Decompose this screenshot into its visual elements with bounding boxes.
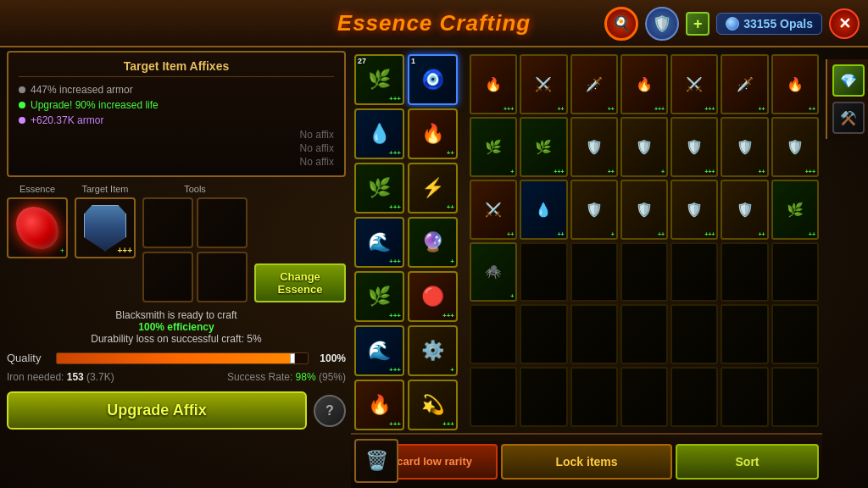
inv-item-2[interactable]: 🧿 1 <box>408 54 458 105</box>
inv-item-1[interactable]: 🌿 27 +++ <box>354 54 404 105</box>
main-item-17[interactable]: 🛡️+ <box>570 180 618 240</box>
mi-icon-14: 🛡️ <box>787 139 804 155</box>
tool-slot-3[interactable] <box>142 252 193 302</box>
main-item-31[interactable] <box>570 304 618 364</box>
inv-item-9[interactable]: 🌿 +++ <box>354 271 404 322</box>
target-slot-badge: +++ <box>117 246 132 255</box>
tools-label: Tools <box>184 184 206 194</box>
main-item-40[interactable] <box>670 367 718 427</box>
main-item-32[interactable] <box>620 304 668 364</box>
add-button[interactable]: + <box>686 12 709 36</box>
main-item-8[interactable]: 🌿+ <box>470 117 517 177</box>
trash-button[interactable]: 🗑️ <box>354 439 398 483</box>
main-item-15[interactable]: ⚔️++ <box>470 180 517 240</box>
mi-icon-16: 💧 <box>535 202 552 218</box>
item-badge-14: +++ <box>442 420 454 428</box>
right-panel: 💎 ⚒️ <box>826 59 868 139</box>
main-item-3[interactable]: 🗡️++ <box>570 54 618 114</box>
main-item-25[interactable] <box>620 242 668 302</box>
no-affix-3: No affix <box>19 155 334 169</box>
main-item-28[interactable] <box>771 242 819 302</box>
target-item-label: Target Item <box>81 184 128 194</box>
inv-item-8[interactable]: 🔮 + <box>408 217 458 268</box>
main-item-9[interactable]: 🌿+++ <box>520 117 567 177</box>
upgrade-affix-button[interactable]: Upgrade Affix <box>7 391 307 430</box>
main-item-35[interactable] <box>771 304 819 364</box>
right-icon-anvil[interactable]: ⚒️ <box>832 102 865 134</box>
tool-slot-1[interactable] <box>142 197 193 248</box>
inv-item-11[interactable]: 🌊 +++ <box>354 325 404 376</box>
item-icon-12: ⚙️ <box>409 327 456 374</box>
inv-item-14[interactable]: 💫 +++ <box>408 380 458 430</box>
quality-bar[interactable] <box>56 352 309 364</box>
iron-row: Iron needed: 153 (3.7K) Success Rate: 98… <box>7 371 346 383</box>
main-item-13[interactable]: 🛡️++ <box>721 117 768 177</box>
item-badge-9: +++ <box>389 312 401 319</box>
inv-item-7[interactable]: 🌊 +++ <box>354 217 404 268</box>
inv-item-4[interactable]: 🔥 ++ <box>408 108 458 159</box>
inv-item-13[interactable]: 🔥 +++ <box>354 380 404 430</box>
essence-section: Essence + <box>7 184 68 258</box>
main-item-37[interactable] <box>520 367 567 427</box>
main-item-39[interactable] <box>620 367 668 427</box>
item-badge-13: +++ <box>389 420 401 428</box>
main-item-2[interactable]: ⚔️++ <box>520 54 567 114</box>
inv-row-5: 🌿 +++ 🔴 +++ <box>354 271 458 322</box>
change-essence-button[interactable]: Change Essence <box>254 263 346 302</box>
main-item-27[interactable] <box>721 242 768 302</box>
help-button[interactable]: ? <box>314 395 346 427</box>
main-item-16[interactable]: 💧++ <box>520 180 567 240</box>
no-affix-1: No affix <box>19 128 334 141</box>
main-item-19[interactable]: 🛡️+++ <box>670 180 718 240</box>
mi-badge-11: + <box>661 169 665 175</box>
main-item-38[interactable] <box>570 367 618 427</box>
main-item-7[interactable]: 🔥++ <box>771 54 819 114</box>
close-button[interactable]: ✕ <box>829 8 860 39</box>
inv-item-10[interactable]: 🔴 +++ <box>408 271 458 322</box>
inv-item-5[interactable]: 🌿 +++ <box>354 163 404 214</box>
main-item-12[interactable]: 🛡️+++ <box>670 117 718 177</box>
main-item-23[interactable] <box>520 242 567 302</box>
main-item-10[interactable]: 🛡️++ <box>570 117 618 177</box>
essence-slot[interactable]: + <box>7 197 68 258</box>
lock-items-button[interactable]: Lock items <box>501 444 672 480</box>
mi-badge-12: +++ <box>704 169 715 175</box>
main-item-30[interactable] <box>520 304 567 364</box>
main-item-42[interactable] <box>771 367 819 427</box>
main-item-6[interactable]: 🗡️++ <box>721 54 768 114</box>
target-item-slot[interactable]: +++ <box>75 197 136 258</box>
main-item-33[interactable] <box>670 304 718 364</box>
inv-item-3[interactable]: 💧 +++ <box>354 108 404 159</box>
main-item-11[interactable]: 🛡️+ <box>620 117 668 177</box>
tool-slot-4[interactable] <box>197 252 248 302</box>
main-item-24[interactable] <box>570 242 618 302</box>
success-extra: (95%) <box>319 371 346 383</box>
main-item-26[interactable] <box>670 242 718 302</box>
inv-item-12[interactable]: ⚙️ + <box>408 325 458 376</box>
shield-icon-button[interactable]: 🛡️ <box>645 7 679 41</box>
sort-button[interactable]: Sort <box>676 444 819 480</box>
tool-slot-2[interactable] <box>197 197 248 248</box>
mi-icon-6: 🗡️ <box>737 76 754 92</box>
main-item-29[interactable] <box>470 304 517 364</box>
main-item-5[interactable]: ⚔️+++ <box>670 54 718 114</box>
main-item-14[interactable]: 🛡️+++ <box>771 117 819 177</box>
main-item-4[interactable]: 🔥+++ <box>620 54 668 114</box>
chef-icon-button[interactable]: 🍳 <box>604 7 638 41</box>
right-icon-gem[interactable]: 💎 <box>832 64 865 97</box>
main-item-36[interactable] <box>470 367 517 427</box>
inv-item-6[interactable]: ⚡ ++ <box>408 163 458 214</box>
main-item-21[interactable]: 🌿++ <box>771 180 819 240</box>
main-item-18[interactable]: 🛡️++ <box>620 180 668 240</box>
main-item-41[interactable] <box>721 367 768 427</box>
item-badge-7: +++ <box>389 258 401 265</box>
main-item-34[interactable] <box>721 304 768 364</box>
main-item-22[interactable]: 🕷️+ <box>470 242 517 302</box>
mi-badge-21: ++ <box>809 231 815 237</box>
main-item-1[interactable]: 🔥+++ <box>470 54 517 114</box>
main-item-20[interactable]: 🛡️++ <box>721 180 768 240</box>
opal-gem-icon <box>726 17 739 30</box>
item-badge-3: +++ <box>389 149 401 157</box>
quality-handle <box>290 353 295 363</box>
iron-label: Iron needed: <box>7 371 67 383</box>
